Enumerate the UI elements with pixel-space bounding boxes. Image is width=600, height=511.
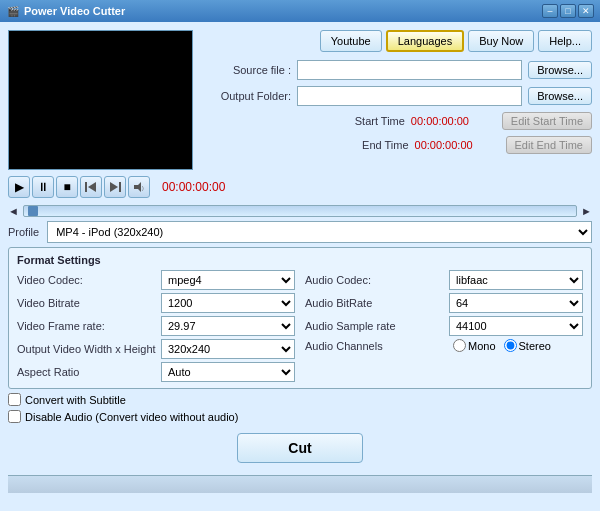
pause-button[interactable]: ⏸ <box>32 176 54 198</box>
title-bar: 🎬 Power Video Cutter – □ ✕ <box>0 0 600 22</box>
aspect-ratio-label: Aspect Ratio <box>17 366 157 378</box>
audio-bitrate-label: Audio BitRate <box>305 297 445 309</box>
current-time-display: 00:00:00:00 <box>162 180 225 194</box>
seek-bar-container: ◄ ► <box>8 205 592 217</box>
subtitle-label: Convert with Subtitle <box>25 394 126 406</box>
prev-frame-button[interactable] <box>80 176 102 198</box>
next-frame-button[interactable] <box>104 176 126 198</box>
output-folder-label: Output Folder: <box>201 90 291 102</box>
svg-rect-2 <box>119 182 121 192</box>
seek-thumb[interactable] <box>28 206 38 216</box>
video-bitrate-row: Video Bitrate 120080015002000 <box>17 293 295 313</box>
start-time-label: Start Time <box>335 115 405 127</box>
mono-label: Mono <box>468 340 496 352</box>
left-format-col: Video Codec: mpeg4h264xvid Video Bitrate… <box>17 270 295 382</box>
profile-row: Profile MP4 - iPod (320x240) AVI MP4 MOV… <box>8 221 592 243</box>
subtitle-checkbox[interactable] <box>8 393 21 406</box>
audio-codec-select[interactable]: libfaacaacmp3 <box>449 270 583 290</box>
mono-radio[interactable] <box>453 339 466 352</box>
stop-button[interactable]: ■ <box>56 176 78 198</box>
stereo-label: Stereo <box>519 340 551 352</box>
audio-channels-row: Audio Channels Mono Stereo <box>305 339 583 352</box>
volume-button[interactable]: ) <box>128 176 150 198</box>
output-folder-input[interactable] <box>297 86 522 106</box>
video-codec-label: Video Codec: <box>17 274 157 286</box>
top-right: Youtube Languages Buy Now Help... Source… <box>201 30 592 154</box>
top-buttons: Youtube Languages Buy Now Help... <box>201 30 592 52</box>
format-grid: Video Codec: mpeg4h264xvid Video Bitrate… <box>17 270 583 382</box>
audio-codec-label: Audio Codec: <box>305 274 445 286</box>
video-bitrate-label: Video Bitrate <box>17 297 157 309</box>
video-framerate-select[interactable]: 29.97253024 <box>161 316 295 336</box>
seek-left-arrow[interactable]: ◄ <box>8 205 19 217</box>
format-settings: Format Settings Video Codec: mpeg4h264xv… <box>8 247 592 389</box>
aspect-ratio-select[interactable]: Auto4:316:9 <box>161 362 295 382</box>
output-size-select[interactable]: 320x240640x4801280x720 <box>161 339 295 359</box>
video-bitrate-select[interactable]: 120080015002000 <box>161 293 295 313</box>
edit-start-time-button[interactable]: Edit Start Time <box>502 112 592 130</box>
video-framerate-row: Video Frame rate: 29.97253024 <box>17 316 295 336</box>
right-format-col: Audio Codec: libfaacaacmp3 Audio BitRate… <box>305 270 583 382</box>
buynow-button[interactable]: Buy Now <box>468 30 534 52</box>
disable-audio-checkbox[interactable] <box>8 410 21 423</box>
format-settings-title: Format Settings <box>17 254 583 266</box>
close-button[interactable]: ✕ <box>578 4 594 18</box>
svg-marker-1 <box>88 182 96 192</box>
end-time-row: End Time 00:00:00:00 Edit End Time <box>201 136 592 154</box>
output-browse-button[interactable]: Browse... <box>528 87 592 105</box>
svg-marker-4 <box>134 182 141 192</box>
stereo-radio-label[interactable]: Stereo <box>504 339 551 352</box>
languages-button[interactable]: Languages <box>386 30 464 52</box>
disable-audio-checkbox-row: Disable Audio (Convert video without aud… <box>8 410 592 423</box>
svg-marker-3 <box>110 182 118 192</box>
top-row: Youtube Languages Buy Now Help... Source… <box>8 30 592 170</box>
playback-controls: ▶ ⏸ ■ ) 00:00:00:00 <box>8 174 592 200</box>
audio-bitrate-row: Audio BitRate 64128192 <box>305 293 583 313</box>
app-icon: 🎬 <box>6 4 20 18</box>
audio-samplerate-select[interactable]: 441002205048000 <box>449 316 583 336</box>
audio-samplerate-label: Audio Sample rate <box>305 320 445 332</box>
source-file-input[interactable] <box>297 60 522 80</box>
edit-end-time-button[interactable]: Edit End Time <box>506 136 592 154</box>
output-folder-row: Output Folder: Browse... <box>201 86 592 106</box>
output-size-row: Output Video Width x Height 320x240640x4… <box>17 339 295 359</box>
svg-text:): ) <box>142 185 144 191</box>
end-time-label: End Time <box>339 139 409 151</box>
profile-label: Profile <box>8 226 39 238</box>
video-codec-select[interactable]: mpeg4h264xvid <box>161 270 295 290</box>
video-framerate-label: Video Frame rate: <box>17 320 157 332</box>
window-controls: – □ ✕ <box>542 4 594 18</box>
main-content: Youtube Languages Buy Now Help... Source… <box>0 22 600 511</box>
minimize-button[interactable]: – <box>542 4 558 18</box>
cut-button[interactable]: Cut <box>237 433 362 463</box>
source-file-row: Source file : Browse... <box>201 60 592 80</box>
mono-radio-label[interactable]: Mono <box>453 339 496 352</box>
audio-bitrate-select[interactable]: 64128192 <box>449 293 583 313</box>
audio-channels-label: Audio Channels <box>305 340 445 352</box>
audio-codec-row: Audio Codec: libfaacaacmp3 <box>305 270 583 290</box>
help-button[interactable]: Help... <box>538 30 592 52</box>
end-time-value: 00:00:00:00 <box>415 139 500 151</box>
audio-channels-radio: Mono Stereo <box>453 339 551 352</box>
disable-audio-label: Disable Audio (Convert video without aud… <box>25 411 238 423</box>
output-size-label: Output Video Width x Height <box>17 343 157 355</box>
source-browse-button[interactable]: Browse... <box>528 61 592 79</box>
youtube-button[interactable]: Youtube <box>320 30 382 52</box>
svg-rect-0 <box>85 182 87 192</box>
video-preview <box>8 30 193 170</box>
start-time-value: 00:00:00:00 <box>411 115 496 127</box>
play-button[interactable]: ▶ <box>8 176 30 198</box>
profile-select[interactable]: MP4 - iPod (320x240) AVI MP4 MOV FLV <box>47 221 592 243</box>
subtitle-checkbox-row: Convert with Subtitle <box>8 393 592 406</box>
maximize-button[interactable]: □ <box>560 4 576 18</box>
aspect-ratio-row: Aspect Ratio Auto4:316:9 <box>17 362 295 382</box>
audio-samplerate-row: Audio Sample rate 441002205048000 <box>305 316 583 336</box>
status-bar <box>8 475 592 493</box>
source-file-label: Source file : <box>201 64 291 76</box>
start-time-row: Start Time 00:00:00:00 Edit Start Time <box>201 112 592 130</box>
seek-right-arrow[interactable]: ► <box>581 205 592 217</box>
seek-bar[interactable] <box>23 205 577 217</box>
app-title: Power Video Cutter <box>24 5 542 17</box>
video-codec-row: Video Codec: mpeg4h264xvid <box>17 270 295 290</box>
stereo-radio[interactable] <box>504 339 517 352</box>
